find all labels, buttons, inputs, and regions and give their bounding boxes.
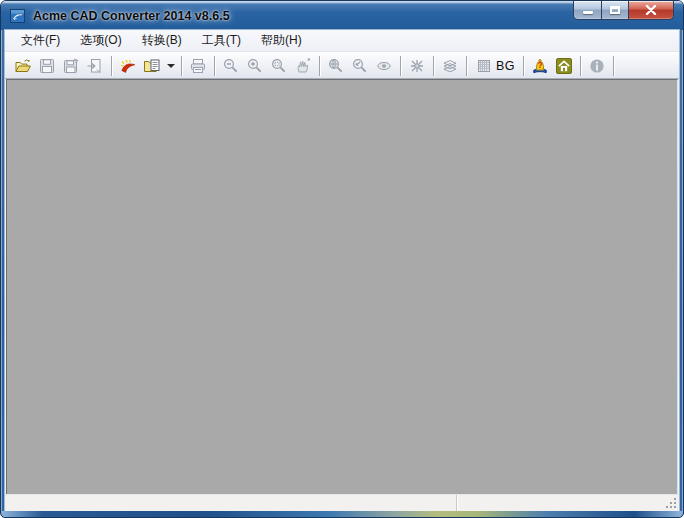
toolbar-separator <box>181 56 182 76</box>
background-button[interactable]: BG <box>471 55 519 77</box>
toolbar-separator <box>111 56 112 76</box>
info-icon <box>588 57 606 75</box>
close-button[interactable] <box>629 1 674 20</box>
save-icon <box>38 57 56 75</box>
menu-item-help[interactable]: 帮助(H) <box>251 30 312 51</box>
menu-item-tools[interactable]: 工具(T) <box>192 30 251 51</box>
zoom-out-icon <box>222 57 240 75</box>
app-window: Acme CAD Converter 2014 v8.6.5 文件(F) 选项(… <box>0 0 684 518</box>
layers-icon <box>441 57 459 75</box>
toolbar-separator <box>613 56 614 76</box>
close-icon <box>645 5 657 15</box>
print-icon <box>189 57 207 75</box>
window-controls <box>573 1 674 20</box>
save-as-button <box>59 55 83 77</box>
dropdown-arrow-icon <box>167 64 175 68</box>
eye-icon <box>375 57 393 75</box>
export-icon <box>86 57 104 75</box>
minimize-icon <box>583 11 593 14</box>
print-button <box>186 55 210 77</box>
canvas-area <box>6 79 678 494</box>
toolbar-separator <box>400 56 401 76</box>
save-button <box>35 55 59 77</box>
zoom-window-button <box>267 55 291 77</box>
zoom-previous-button <box>348 55 372 77</box>
menu-bar: 文件(F) 选项(O) 转换(B) 工具(T) 帮助(H) <box>5 30 679 52</box>
layers-button <box>438 55 462 77</box>
zoom-out-button <box>219 55 243 77</box>
view-button <box>372 55 396 77</box>
toolbar-separator <box>214 56 215 76</box>
toolbar-separator <box>580 56 581 76</box>
app-icon <box>9 7 27 25</box>
about-button <box>585 55 609 77</box>
zoom-in-icon <box>246 57 264 75</box>
pan-button <box>291 55 315 77</box>
zoom-in-button <box>243 55 267 77</box>
menu-item-file[interactable]: 文件(F) <box>11 30 70 51</box>
help-icon: ? <box>531 57 549 75</box>
maximize-icon <box>610 6 620 14</box>
save-as-icon <box>62 57 80 75</box>
svg-text:?: ? <box>537 60 542 70</box>
batch-convert-icon <box>143 57 161 75</box>
pan-icon <box>294 57 312 75</box>
toolbar-separator <box>319 56 320 76</box>
title-bar[interactable]: Acme CAD Converter 2014 v8.6.5 <box>1 1 683 30</box>
toolbar-separator <box>523 56 524 76</box>
batch-convert-button[interactable] <box>140 55 164 77</box>
minimize-button[interactable] <box>573 1 602 20</box>
status-pane-right <box>457 495 679 511</box>
toolbar-separator <box>466 56 467 76</box>
background-button-label: BG <box>496 59 515 73</box>
status-bar <box>5 494 679 511</box>
zoom-previous-icon <box>351 57 369 75</box>
zoom-extents-icon <box>327 57 345 75</box>
convert-icon <box>119 57 137 75</box>
export-button <box>83 55 107 77</box>
open-button[interactable] <box>11 55 35 77</box>
brush-icon <box>408 57 426 75</box>
help-button[interactable]: ? <box>528 55 552 77</box>
maximize-button[interactable] <box>602 1 629 20</box>
menu-item-convert[interactable]: 转换(B) <box>132 30 192 51</box>
toolbar-separator <box>433 56 434 76</box>
zoom-extents-button <box>324 55 348 77</box>
menu-item-options[interactable]: 选项(O) <box>70 30 131 51</box>
status-pane-left <box>5 495 457 511</box>
convert-button[interactable] <box>116 55 140 77</box>
zoom-window-icon <box>270 57 288 75</box>
resize-grip[interactable] <box>665 497 677 509</box>
window-content: 文件(F) 选项(O) 转换(B) 工具(T) 帮助(H) <box>5 30 679 511</box>
bg-grid-icon <box>475 57 493 75</box>
batch-convert-dropdown-button[interactable] <box>164 55 177 77</box>
cleanup-button <box>405 55 429 77</box>
home-icon <box>555 57 573 75</box>
window-title: Acme CAD Converter 2014 v8.6.5 <box>33 2 230 30</box>
home-button[interactable] <box>552 55 576 77</box>
toolbar: BG ? <box>5 52 679 79</box>
open-folder-icon <box>14 57 32 75</box>
